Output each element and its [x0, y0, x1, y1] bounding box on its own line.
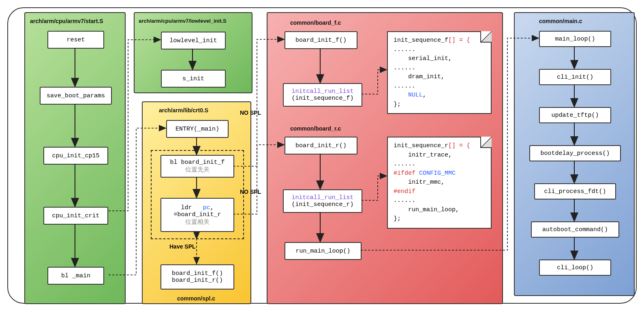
box-run-main-loop: run_main_loop() [285, 242, 362, 260]
footer-spl: common/spl.c [177, 295, 215, 302]
box-reset: reset [47, 31, 104, 49]
initcall-f-l1: initcall_run_list [291, 88, 353, 95]
group-title-lowlevel: arch/arm/cpu/armv7/lowlevel_init.S [139, 18, 227, 24]
group-lowlevel: arch/arm/cpu/armv7/lowlevel_init.S lowle… [134, 12, 252, 93]
group-title-board-f: common/board_f.c [290, 19, 341, 26]
group-startS: arch/arm/cpu/armv7/start.S reset save_bo… [24, 12, 126, 304]
box-spl-funcs: board_init_f() board_init_r() [160, 264, 234, 290]
box-s-init: s_init [161, 70, 226, 88]
note-init-seq-r: init_sequence_r[] = { initr_trace, .....… [387, 137, 492, 229]
group-title-board-r: common/board_r.c [290, 125, 341, 132]
initcall-f-l2: (init_sequence_f) [291, 95, 353, 102]
box-bootdelay: bootdelay_process() [529, 145, 621, 161]
diagram-canvas: arch/arm/cpu/armv7/start.S reset save_bo… [7, 7, 637, 304]
box-cli-process-fdt: cli_process_fdt() [534, 183, 616, 199]
box-initcall-f: initcall_run_list (init_sequence_f) [283, 83, 362, 107]
group-crt0: arch/arm/lib/crt0.S ENTRY(_main) bl boar… [142, 101, 251, 304]
group-mainc: common/main.c main_loop() cli_init() upd… [514, 12, 635, 296]
note-init-seq-f: init_sequence_f[] = { ...... serial_init… [387, 31, 492, 114]
box-update-tftp: update_tftp() [539, 107, 611, 123]
label-pos-dependent: 位置相关 [185, 218, 210, 226]
group-title-startS: arch/arm/cpu/armv7/start.S [30, 18, 103, 24]
ldr-line1: ldr pc, [181, 204, 214, 211]
initcall-r-l1: initcall_run_list [291, 194, 353, 201]
box-cli-init: cli_init() [539, 69, 611, 85]
box-lowlevel-init: lowlevel_init [161, 32, 226, 49]
box-board-init-f: board_init_f() [285, 31, 357, 49]
label-nospl-1: NO SPL [240, 109, 261, 116]
box-cpu-init-cp15: cpu_init_cp15 [43, 147, 108, 165]
box-bl-main: bl _main [47, 267, 104, 285]
group-title-mainc: common/main.c [539, 18, 582, 24]
label-havespl: Have SPL [169, 243, 196, 250]
box-bl-board-init-f: bl board_init_f 位置无关 [160, 155, 234, 178]
box-main-loop: main_loop() [539, 31, 611, 47]
label-nospl-2: NO SPL [240, 189, 261, 195]
box-autoboot: autoboot_command() [531, 221, 619, 238]
box-board-init-r: board_init_r() [285, 137, 357, 154]
box-ldr-board-init-r: ldr pc, =board_init_r 位置相关 [160, 198, 234, 232]
label-bl-board-init-f: bl board_init_f [170, 159, 225, 166]
box-cli-loop: cli_loop() [539, 260, 611, 276]
box-save-boot-params: save_boot_params [40, 87, 112, 105]
group-board: common/board_f.c board_init_f() initcall… [267, 12, 503, 304]
box-cpu-init-crit: cpu_init_crit [43, 207, 108, 225]
group-title-crt0: arch/arm/lib/crt0.S [159, 107, 208, 114]
ldr-line2: =board_init_r [173, 211, 221, 218]
box-initcall-r: initcall_run_list (init_sequence_r) [283, 189, 362, 213]
label-pos-independent: 位置无关 [185, 166, 210, 174]
box-entry-main: ENTRY(_main) [166, 120, 229, 138]
initcall-r-l2: (init_sequence_r) [291, 201, 353, 208]
